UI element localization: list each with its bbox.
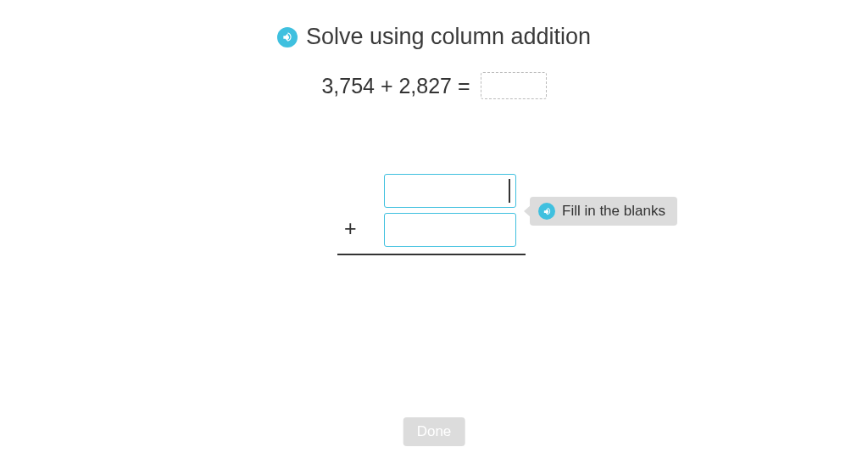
addend-input-2[interactable] [384,213,516,247]
answer-placeholder-box [481,72,547,99]
instruction-title: Solve using column addition [306,24,591,50]
audio-icon[interactable] [538,203,555,220]
addend-input-1[interactable] [384,174,516,208]
audio-icon[interactable] [277,27,298,48]
plus-sign: + [344,216,357,241]
done-button[interactable]: Done [403,417,465,446]
hint-tooltip: Fill in the blanks [530,197,677,226]
text-cursor [509,179,510,203]
equation-text: 3,754 + 2,827 = [321,74,470,98]
instruction-header: Solve using column addition [0,24,868,50]
equation-row: 3,754 + 2,827 = [0,72,868,99]
hint-text: Fill in the blanks [562,203,665,220]
sum-line [337,254,526,255]
